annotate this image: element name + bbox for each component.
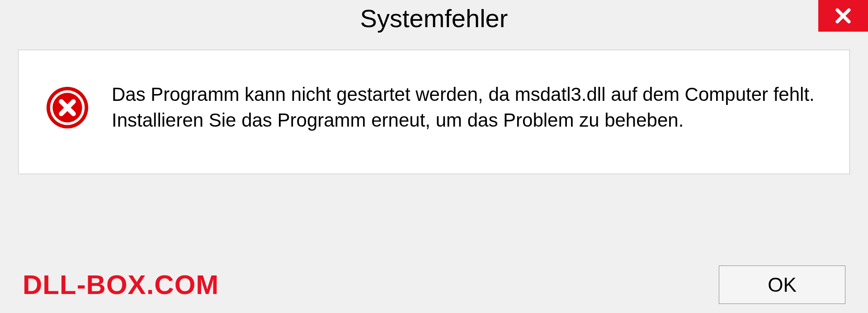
close-icon: [833, 6, 853, 26]
watermark-text: DLL-BOX.COM: [23, 269, 219, 300]
close-button[interactable]: [818, 0, 868, 32]
ok-button[interactable]: OK: [719, 266, 845, 304]
title-bar: Systemfehler: [0, 0, 868, 36]
error-message: Das Programm kann nicht gestartet werden…: [112, 82, 822, 133]
error-icon: [46, 86, 89, 129]
dialog-title: Systemfehler: [360, 4, 508, 33]
message-panel: Das Programm kann nicht gestartet werden…: [18, 50, 850, 174]
footer-bar: DLL-BOX.COM OK: [0, 266, 868, 304]
error-dialog: Systemfehler Das Programm kann nicht ges…: [0, 0, 868, 313]
